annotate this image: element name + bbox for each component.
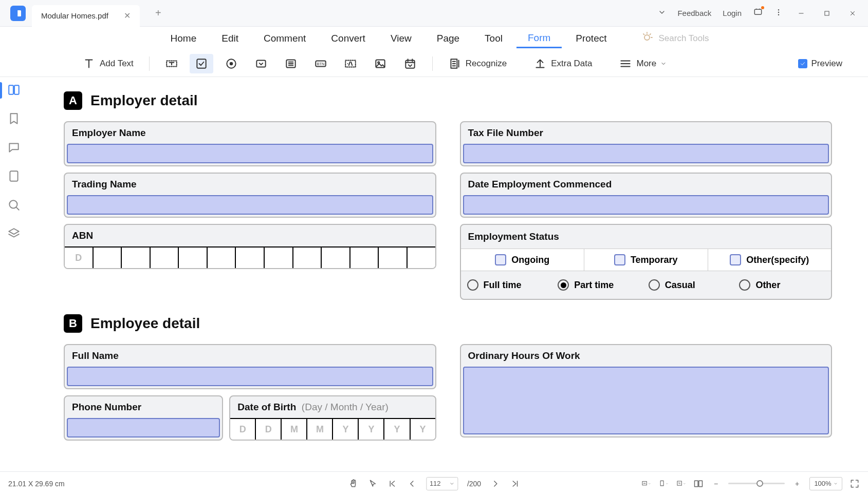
menu-bar: Home Edit Comment Convert View Page Tool… [0,27,868,50]
menu-convert[interactable]: Convert [320,30,377,47]
hand-tool-icon[interactable] [348,479,358,489]
abn-boxes[interactable]: D [64,246,436,269]
phone-input[interactable] [67,418,220,437]
feedback-link[interactable]: Feedback [677,9,711,17]
comment-icon[interactable] [7,141,21,154]
dropdown-icon [254,57,268,70]
extra-data-button[interactable]: Extra Data [528,54,597,73]
menu-form[interactable]: Form [516,29,562,48]
document-tab[interactable]: Modular Homes.pdf ✕ [32,5,140,27]
image-icon [374,57,387,70]
attachment-icon[interactable] [7,169,21,183]
close-window-button[interactable] [845,6,860,21]
text-field-tool[interactable] [160,54,183,73]
zoom-slider[interactable] [728,483,785,484]
image-tool[interactable] [368,54,392,73]
status-temporary[interactable]: Temporary [584,249,708,271]
radio-other[interactable]: Other [739,279,825,291]
kebab-menu-icon[interactable] [774,8,783,18]
menu-tool[interactable]: Tool [473,30,514,47]
minimize-button[interactable] [794,6,808,21]
full-name-input[interactable] [67,367,433,386]
thumbnails-icon[interactable] [7,83,21,97]
hours-input[interactable] [463,367,829,434]
new-tab-button[interactable]: + [155,7,161,19]
view-mode-icon[interactable]: % [676,479,686,489]
close-tab-icon[interactable]: ✕ [124,11,131,21]
section-b-badge: B [64,314,82,333]
list-tool[interactable] [279,54,303,73]
radio-casual[interactable]: Casual [649,279,734,291]
menu-comment[interactable]: Comment [252,30,317,47]
zoom-out-icon[interactable]: − [711,479,721,489]
fit-page-icon[interactable] [658,479,669,489]
maximize-button[interactable] [820,6,834,21]
menu-view[interactable]: View [379,30,423,47]
left-sidebar [0,77,28,240]
trading-name-input[interactable] [67,195,433,215]
zoom-value[interactable]: 100% [809,477,842,490]
menu-edit[interactable]: Edit [210,30,250,47]
date-icon [403,57,417,70]
tax-file-input[interactable] [463,144,829,163]
button-tool[interactable]: BTN [309,54,333,73]
phone-field: Phone Number [64,395,223,441]
text-field-icon [165,57,178,70]
login-link[interactable]: Login [723,9,742,17]
search-placeholder: Search Tools [658,33,709,44]
date-commenced-input[interactable] [463,195,829,215]
section-a-title: Employer detail [90,92,198,109]
prev-page-icon[interactable] [407,479,417,489]
status-other[interactable]: Other(specify) [708,249,832,271]
search-tools[interactable]: Search Tools [641,31,709,46]
recognize-button[interactable]: Recognize [443,54,512,73]
last-page-icon[interactable] [510,479,520,489]
two-page-icon[interactable] [693,479,704,489]
form-toolbar: Add Text BTN Recognize Extra Data More P… [0,50,868,77]
svg-line-13 [643,34,644,35]
page-number-input[interactable]: 112 [426,477,458,490]
search-icon[interactable] [7,198,21,212]
add-text-button[interactable]: Add Text [77,54,139,73]
svg-text:%: % [678,482,681,485]
menu-protect[interactable]: Protect [564,30,618,47]
chevron-down-icon[interactable] [658,8,666,18]
radio-fulltime[interactable]: Full time [467,279,553,291]
menu-home[interactable]: Home [159,30,208,47]
date-tool[interactable] [398,54,422,73]
signature-tool[interactable] [339,54,362,73]
employer-name-input[interactable] [67,144,433,163]
dropdown-tool[interactable] [249,54,273,73]
status-bar: 21.01 X 29.69 cm 112 /200 % − + 100% [0,471,868,495]
select-tool-icon[interactable] [367,479,378,489]
svg-rect-28 [376,60,384,67]
next-page-icon[interactable] [490,479,501,489]
fit-width-icon[interactable] [641,479,651,489]
svg-rect-56 [699,481,703,487]
first-page-icon[interactable] [387,479,397,489]
checkbox-tool[interactable] [190,54,213,73]
radio-tool[interactable] [219,54,243,73]
status-ongoing[interactable]: Ongoing [461,249,585,271]
zoom-in-icon[interactable]: + [792,479,802,489]
svg-point-5 [778,14,779,15]
dob-boxes[interactable]: DDMMYYYY [229,418,436,441]
notification-icon[interactable] [753,7,763,19]
more-button[interactable]: More [614,54,672,73]
svg-marker-47 [9,229,19,234]
menu-page[interactable]: Page [426,30,471,47]
radio-icon [225,57,238,70]
svg-rect-1 [15,10,17,16]
radio-parttime[interactable]: Part time [558,279,643,291]
svg-point-3 [778,10,779,10]
layers-icon[interactable] [7,227,21,240]
bookmark-icon[interactable] [7,112,21,125]
svg-rect-43 [14,85,19,94]
fullscreen-icon[interactable] [849,479,860,489]
preview-toggle[interactable]: Preview [793,55,847,72]
svg-rect-26 [345,60,356,67]
list-icon [284,57,298,70]
svg-point-18 [230,62,233,65]
document-content: A Employer detail Employer Name Trading … [28,77,868,471]
checkbox-icon [495,254,506,265]
